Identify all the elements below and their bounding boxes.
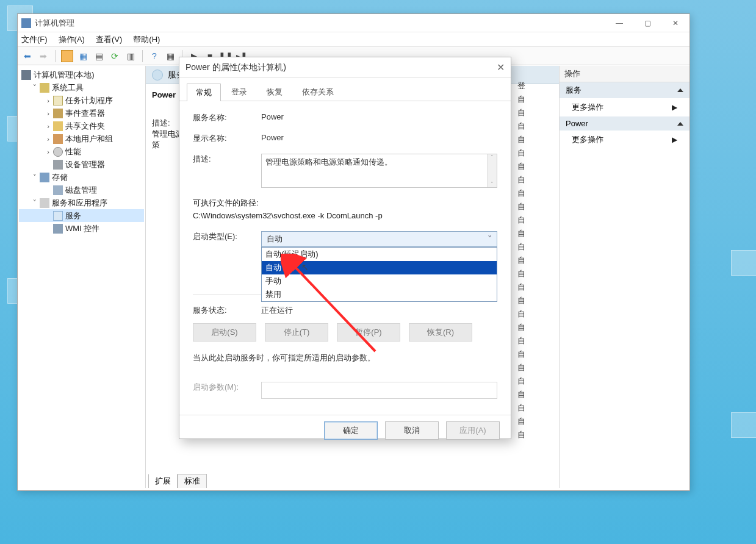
properties-icon[interactable]: ▥: [124, 50, 137, 62]
maximize-button[interactable]: ▢: [633, 15, 661, 32]
collapse-icon[interactable]: ˅: [31, 173, 38, 181]
dialog-tabs: 常规 登录 恢复 依存关系: [179, 78, 511, 101]
forward-icon[interactable]: ➡: [37, 50, 49, 62]
expand-icon[interactable]: ›: [45, 148, 52, 156]
disk-icon: [53, 185, 63, 195]
apply-button[interactable]: 应用(A): [446, 421, 500, 440]
chevron-up-icon: [677, 88, 683, 92]
statusbar: [18, 488, 689, 490]
ok-button[interactable]: 确定: [324, 421, 378, 440]
tree-services[interactable]: 服务: [19, 209, 144, 222]
actions-section-power[interactable]: Power: [560, 116, 689, 131]
toolbar-separator: [55, 50, 56, 62]
actions-pane: 操作 服务 更多操作 ▶ Power 更多操作 ▶: [559, 66, 689, 490]
scroll-down-icon[interactable]: ˅: [491, 181, 494, 187]
service-name-value: Power: [261, 112, 497, 121]
export-list-icon[interactable]: ▤: [93, 50, 105, 62]
dropdown-option-manual[interactable]: 手动: [262, 274, 497, 288]
actions-more-power[interactable]: 更多操作 ▶: [560, 131, 689, 149]
column-logon[interactable]: 登: [517, 79, 525, 93]
expand-icon[interactable]: ›: [45, 123, 52, 130]
dropdown-option-disabled[interactable]: 禁用: [262, 288, 497, 301]
scroll-up-icon[interactable]: ˄: [491, 154, 494, 160]
dialog-close-button[interactable]: ✕: [497, 62, 505, 73]
actions-header: 操作: [560, 66, 689, 82]
tree-task-scheduler[interactable]: ›任务计划程序: [19, 94, 144, 107]
description-textbox[interactable]: 管理电源策略和电源策略通知传递。 ˄˅: [261, 154, 497, 188]
dropdown-option-auto-delayed[interactable]: 自动(延迟启动): [262, 248, 497, 261]
dialog-title: Power 的属性(本地计算机): [185, 62, 286, 73]
titlebar[interactable]: 计算机管理 — ▢ ✕: [18, 14, 689, 32]
tree-services-apps[interactable]: ˅服务和应用程序: [19, 196, 144, 209]
start-params-note: 当从此处启动服务时，你可指定所适用的启动参数。: [193, 353, 497, 363]
share-icon: [53, 121, 63, 131]
menu-action[interactable]: 操作(A): [59, 34, 85, 45]
actions-more-services[interactable]: 更多操作 ▶: [560, 98, 689, 116]
chevron-down-icon: ˅: [488, 234, 492, 244]
tree-device-manager[interactable]: 设备管理器: [19, 158, 144, 171]
scrollbar[interactable]: ˄˅: [487, 154, 497, 187]
close-button[interactable]: ✕: [661, 15, 689, 32]
tab-recovery[interactable]: 恢复: [257, 83, 292, 101]
start-button: 启动(S): [193, 323, 256, 342]
collapse-icon[interactable]: ˅: [31, 199, 38, 207]
tree-performance[interactable]: ›性能: [19, 145, 144, 158]
expand-icon[interactable]: ›: [45, 135, 52, 143]
startup-type-combo[interactable]: 自动 ˅ 自动(延迟启动) 自动 手动 禁用: [261, 231, 497, 247]
resume-button: 恢复(R): [409, 323, 472, 342]
tree-disk-mgmt[interactable]: 磁盘管理: [19, 184, 144, 196]
tree-root[interactable]: 计算机管理(本地): [19, 68, 144, 81]
gear-icon: [152, 70, 163, 81]
computer-icon: [21, 70, 31, 80]
event-icon: [53, 109, 63, 118]
pause-button: 暂停(P): [337, 323, 400, 342]
menubar: 文件(F) 操作(A) 查看(V) 帮助(H): [18, 32, 689, 47]
show-hide-tree-icon[interactable]: ▦: [77, 50, 89, 62]
actions-section-services[interactable]: 服务: [560, 82, 689, 98]
toolbar-separator: [142, 50, 143, 62]
service-status-label: 服务状态:: [193, 305, 261, 316]
chevron-right-icon: ▶: [672, 135, 677, 144]
minimize-button[interactable]: —: [605, 15, 633, 32]
start-params-label: 启动参数(M):: [193, 382, 261, 393]
menu-file[interactable]: 文件(F): [21, 34, 48, 45]
expand-icon[interactable]: ›: [45, 110, 52, 117]
menu-view[interactable]: 查看(V): [96, 34, 122, 45]
display-name-value: Power: [261, 133, 497, 142]
display-name-label: 显示名称:: [193, 133, 261, 144]
apps-icon: [40, 198, 49, 208]
tree-wmi[interactable]: WMI 控件: [19, 222, 144, 235]
bottom-tabs: 扩展 标准: [148, 473, 207, 488]
startup-type-selected: 自动: [267, 234, 283, 245]
tree-local-users[interactable]: ›本地用户和组: [19, 132, 144, 145]
startup-type-label: 启动类型(E):: [193, 231, 261, 242]
help-icon[interactable]: ?: [148, 50, 160, 62]
tab-extended[interactable]: 扩展: [148, 474, 178, 489]
menu-help[interactable]: 帮助(H): [133, 34, 160, 45]
tab-standard[interactable]: 标准: [178, 474, 207, 489]
dropdown-option-auto[interactable]: 自动: [262, 261, 497, 274]
description-label: 描述:: [193, 154, 261, 165]
gear-icon: [53, 211, 63, 221]
service-status-value: 正在运行: [261, 305, 497, 316]
tab-general[interactable]: 常规: [187, 84, 221, 101]
expand-icon[interactable]: ›: [45, 97, 52, 104]
toolbar-icon[interactable]: ▦: [164, 50, 176, 62]
tab-logon[interactable]: 登录: [222, 83, 256, 101]
tree-shared-folders[interactable]: ›共享文件夹: [19, 120, 144, 132]
tree-storage[interactable]: ˅存储: [19, 171, 144, 184]
device-icon: [53, 160, 63, 170]
cancel-button[interactable]: 取消: [385, 421, 439, 440]
refresh-icon[interactable]: ⟳: [109, 50, 121, 62]
tree-system-tools[interactable]: ˅系统工具: [19, 81, 144, 94]
desktop-icon[interactable]: [731, 412, 756, 438]
collapse-icon[interactable]: ˅: [31, 84, 38, 91]
chevron-right-icon: ▶: [672, 103, 677, 112]
dialog-titlebar[interactable]: Power 的属性(本地计算机) ✕: [179, 57, 511, 78]
desktop-icon[interactable]: [731, 250, 756, 276]
back-icon[interactable]: ⬅: [21, 50, 34, 62]
tab-deps[interactable]: 依存关系: [293, 83, 343, 101]
tree-event-viewer[interactable]: ›事件查看器: [19, 107, 144, 120]
wmi-icon: [53, 224, 63, 234]
up-folder-icon[interactable]: [61, 50, 73, 62]
